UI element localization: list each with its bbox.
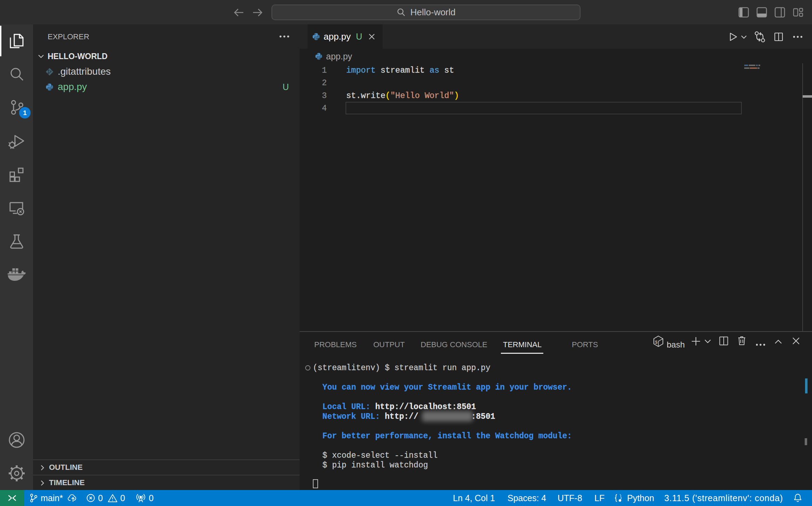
svg-text:$: $ bbox=[655, 340, 658, 345]
